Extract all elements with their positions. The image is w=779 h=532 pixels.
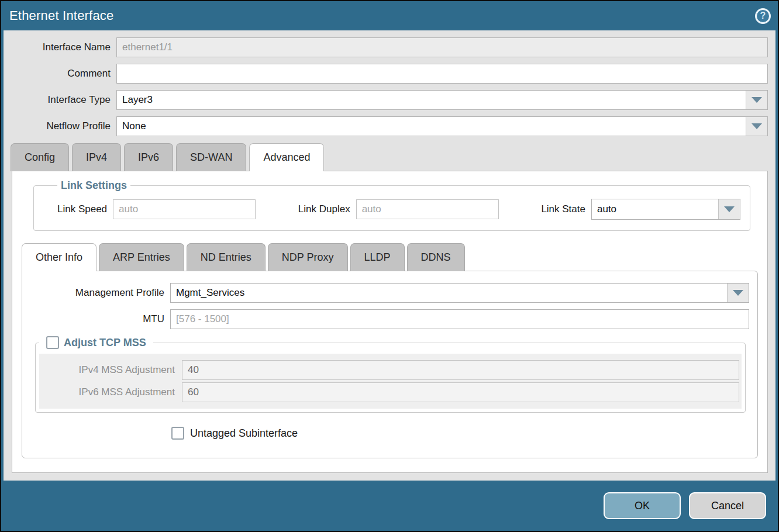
- subtab-ddns[interactable]: DDNS: [407, 243, 465, 271]
- link-settings-legend: Link Settings: [57, 179, 130, 192]
- advanced-tab-panel: Link Settings Link Speed Link Duplex Lin…: [12, 171, 768, 473]
- tab-ipv6[interactable]: IPv6: [124, 143, 173, 171]
- tab-ipv6-label: IPv6: [138, 151, 159, 163]
- dialog-title: Ethernet Interface: [9, 8, 113, 23]
- adjust-tcp-mss-legend: Adjust TCP MSS: [39, 336, 153, 349]
- tab-config-label: Config: [25, 151, 55, 163]
- subtab-arp-entries-label: ARP Entries: [113, 251, 170, 263]
- netflow-profile-value: None: [117, 117, 746, 136]
- subtab-lldp[interactable]: LLDP: [350, 243, 405, 271]
- link-settings-row: Link Speed Link Duplex Link State auto: [57, 199, 740, 220]
- ipv4-mss-field: [182, 360, 739, 380]
- link-duplex-label: Link Duplex: [298, 203, 356, 215]
- interface-type-label: Interface Type: [4, 94, 116, 106]
- link-duplex-group: Link Duplex: [298, 199, 499, 219]
- main-tabs: Config IPv4 IPv6 SD-WAN Advanced: [11, 143, 768, 171]
- sub-tabs: Other Info ARP Entries ND Entries NDP Pr…: [22, 243, 758, 271]
- interface-type-row: Interface Type Layer3: [4, 90, 768, 110]
- ipv6-mss-label: IPv6 MSS Adjustment: [42, 386, 182, 398]
- management-profile-value: Mgmt_Services: [171, 284, 727, 302]
- other-info-panel: Management Profile Mgmt_Services MTU: [22, 271, 758, 458]
- chevron-down-icon: [733, 290, 743, 296]
- chevron-down-icon: [752, 123, 762, 129]
- netflow-profile-dropdown[interactable]: None: [116, 116, 768, 136]
- interface-name-field: [116, 37, 768, 57]
- subtab-ndp-proxy[interactable]: NDP Proxy: [268, 243, 348, 271]
- mss-disabled-panel: IPv4 MSS Adjustment IPv6 MSS Adjustment: [39, 354, 742, 409]
- management-profile-dropdown[interactable]: Mgmt_Services: [170, 283, 749, 303]
- tab-ipv4[interactable]: IPv4: [72, 143, 121, 171]
- adjust-tcp-mss-legend-text: Adjust TCP MSS: [64, 337, 146, 349]
- link-state-group: Link State auto: [541, 199, 740, 220]
- dialog-frame: Ethernet Interface ? Interface Name Comm…: [1, 1, 778, 531]
- ipv4-mss-label: IPv4 MSS Adjustment: [42, 364, 182, 376]
- subtab-nd-entries[interactable]: ND Entries: [187, 243, 266, 271]
- link-speed-field[interactable]: [113, 199, 256, 219]
- subtab-ddns-label: DDNS: [421, 251, 451, 263]
- netflow-profile-label: Netflow Profile: [4, 120, 116, 132]
- tab-advanced[interactable]: Advanced: [249, 143, 324, 171]
- dialog-body: Interface Name Comment Interface Type La…: [4, 30, 775, 481]
- link-duplex-field[interactable]: [356, 199, 499, 219]
- cancel-button[interactable]: Cancel: [689, 492, 766, 519]
- netflow-profile-row: Netflow Profile None: [4, 116, 768, 136]
- link-state-dropdown-button[interactable]: [718, 199, 740, 219]
- link-speed-label: Link Speed: [57, 203, 113, 215]
- netflow-profile-dropdown-button[interactable]: [746, 117, 767, 136]
- ok-button[interactable]: OK: [604, 492, 681, 519]
- management-profile-row: Management Profile Mgmt_Services: [22, 283, 749, 303]
- interface-name-row: Interface Name: [4, 37, 768, 57]
- link-state-value: auto: [592, 199, 718, 219]
- interface-type-dropdown-button[interactable]: [746, 91, 767, 109]
- subtab-lldp-label: LLDP: [364, 251, 391, 263]
- management-profile-label: Management Profile: [22, 287, 170, 299]
- untagged-subinterface-row: Untagged Subinterface: [171, 427, 749, 440]
- comment-label: Comment: [4, 68, 116, 80]
- ipv6-mss-row: IPv6 MSS Adjustment: [42, 382, 739, 402]
- untagged-subinterface-label: Untagged Subinterface: [190, 427, 298, 440]
- adjust-tcp-mss-fieldset: Adjust TCP MSS IPv4 MSS Adjustment IPv6 …: [35, 336, 746, 413]
- link-speed-group: Link Speed: [57, 199, 256, 219]
- title-bar: Ethernet Interface ?: [1, 1, 778, 30]
- tab-config[interactable]: Config: [11, 143, 69, 171]
- tab-ipv4-label: IPv4: [86, 151, 107, 163]
- ethernet-interface-dialog: Ethernet Interface ? Interface Name Comm…: [0, 0, 779, 532]
- subtab-other-info-label: Other Info: [36, 251, 82, 263]
- chevron-down-icon: [752, 97, 762, 103]
- adjust-tcp-mss-checkbox[interactable]: [46, 336, 59, 349]
- link-settings-fieldset: Link Settings Link Speed Link Duplex Lin…: [33, 179, 750, 231]
- interface-type-value: Layer3: [117, 91, 746, 109]
- mtu-field[interactable]: [170, 309, 749, 329]
- tab-sdwan-label: SD-WAN: [190, 151, 232, 163]
- tab-sdwan[interactable]: SD-WAN: [176, 143, 246, 171]
- ipv4-mss-row: IPv4 MSS Adjustment: [42, 360, 739, 380]
- subtab-other-info[interactable]: Other Info: [22, 243, 96, 271]
- link-state-label: Link State: [541, 203, 591, 215]
- subtab-arp-entries[interactable]: ARP Entries: [99, 243, 184, 271]
- dialog-footer: OK Cancel: [1, 481, 778, 531]
- management-profile-dropdown-button[interactable]: [727, 284, 749, 302]
- untagged-subinterface-checkbox[interactable]: [171, 427, 184, 440]
- help-icon[interactable]: ?: [755, 8, 771, 24]
- tab-advanced-label: Advanced: [263, 151, 310, 163]
- subtab-ndp-proxy-label: NDP Proxy: [282, 251, 334, 263]
- chevron-down-icon: [724, 206, 735, 212]
- mtu-row: MTU: [22, 309, 749, 329]
- subtab-nd-entries-label: ND Entries: [201, 251, 251, 263]
- ipv6-mss-field: [182, 382, 739, 402]
- interface-type-dropdown[interactable]: Layer3: [116, 90, 768, 110]
- mtu-label: MTU: [22, 313, 170, 325]
- comment-row: Comment: [4, 64, 768, 84]
- interface-name-label: Interface Name: [4, 42, 116, 53]
- comment-field[interactable]: [116, 64, 768, 84]
- link-state-dropdown[interactable]: auto: [591, 199, 740, 220]
